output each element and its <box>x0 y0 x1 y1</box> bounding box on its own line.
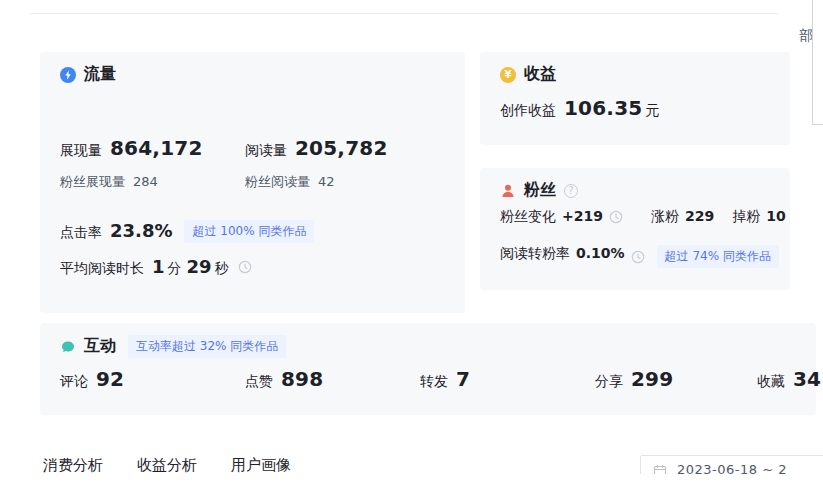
fans-change-label: 粉丝变化 <box>500 208 556 226</box>
history-clock-icon[interactable] <box>609 210 623 224</box>
traffic-title: 流量 <box>84 64 116 85</box>
fans-gain-label: 涨粉 <box>651 208 679 226</box>
fan-impressions-label: 粉丝展现量 <box>60 173 125 191</box>
shares-value: 299 <box>631 367 673 391</box>
tab-revenue-analysis[interactable]: 收益分析 <box>137 456 197 475</box>
likes-label: 点赞 <box>245 373 273 391</box>
comments-stat: 评论 92 <box>60 367 124 391</box>
history-clock-icon[interactable] <box>238 260 252 274</box>
fan-impressions-stat: 粉丝展现量 284 <box>60 173 158 191</box>
favorites-label: 收藏 <box>757 373 785 391</box>
fans-change-value: +219 <box>562 208 603 224</box>
floating-panel-edge <box>812 0 823 125</box>
likes-value: 898 <box>281 367 323 391</box>
fans-loss-value: 10 <box>766 208 785 224</box>
fan-impressions-value: 284 <box>133 174 158 189</box>
read-time-seconds-unit: 秒 <box>215 260 229 278</box>
fans-gain-value: 229 <box>685 208 714 224</box>
read-conversion-row: 阅读转粉率 0.10% 超过 74% 同类作品 <box>500 245 779 268</box>
likes-stat: 点赞 898 <box>245 367 323 391</box>
reposts-value: 7 <box>456 367 470 391</box>
fans-card: 粉丝 ? 粉丝变化 +219 涨粉 229 掉粉 10 阅读转粉率 0.10% … <box>480 168 790 290</box>
comments-value: 92 <box>96 367 124 391</box>
ctr-stat: 点击率 23.8% 超过 100% 同类作品 <box>60 220 314 243</box>
top-divider <box>30 13 778 14</box>
impressions-stat: 展现量 864,172 <box>60 136 203 160</box>
fans-title: 粉丝 <box>524 180 556 201</box>
reposts-stat: 转发 7 <box>420 367 470 391</box>
help-question-icon[interactable]: ? <box>564 184 578 198</box>
creation-revenue-label: 创作收益 <box>500 102 556 120</box>
interaction-card: 互动 互动率超过 32% 同类作品 评论 92 点赞 898 转发 7 分享 2… <box>40 323 816 415</box>
fan-reads-stat: 粉丝阅读量 42 <box>245 173 335 191</box>
chat-bubble-icon <box>60 339 76 355</box>
reposts-label: 转发 <box>420 373 448 391</box>
reads-label: 阅读量 <box>245 142 287 160</box>
tab-user-profile[interactable]: 用户画像 <box>231 456 291 475</box>
read-time-minutes: 1 <box>152 256 165 277</box>
read-conversion-value: 0.10% <box>576 245 625 261</box>
creation-revenue-value: 106.35 <box>564 96 642 120</box>
lightning-icon <box>60 67 76 83</box>
reads-value: 205,782 <box>295 136 388 160</box>
shares-stat: 分享 299 <box>595 367 673 391</box>
read-time-seconds: 29 <box>187 256 212 277</box>
creation-revenue-unit: 元 <box>645 102 659 120</box>
yen-coin-icon: ¥ <box>500 67 516 83</box>
impressions-value: 864,172 <box>110 136 203 160</box>
ctr-label: 点击率 <box>60 224 102 242</box>
analysis-tabs: 消费分析 收益分析 用户画像 <box>43 456 291 475</box>
fan-reads-label: 粉丝阅读量 <box>245 173 310 191</box>
tab-consumption-analysis[interactable]: 消费分析 <box>43 456 103 475</box>
read-time-label: 平均阅读时长 <box>60 260 144 278</box>
read-time-minutes-unit: 分 <box>168 260 182 278</box>
favorites-stat: 收藏 34 <box>757 367 821 391</box>
traffic-card: 流量 展现量 864,172 阅读量 205,782 粉丝展现量 284 粉丝阅… <box>40 52 465 313</box>
creation-revenue-stat: 创作收益 106.35 元 <box>500 96 662 120</box>
top-right-partial-text: 部 <box>799 27 813 45</box>
favorites-value: 34 <box>793 367 821 391</box>
history-clock-icon[interactable] <box>631 250 645 264</box>
bottom-clip-mask <box>0 474 823 499</box>
fans-change-row: 粉丝变化 +219 涨粉 229 掉粉 10 <box>500 208 786 226</box>
interaction-benchmark-badge: 互动率超过 32% 同类作品 <box>128 335 286 358</box>
comments-label: 评论 <box>60 373 88 391</box>
person-icon <box>500 183 516 199</box>
read-time-stat: 平均阅读时长 1 分 29 秒 <box>60 256 252 278</box>
read-conversion-label: 阅读转粉率 <box>500 245 570 263</box>
fan-reads-value: 42 <box>318 174 335 189</box>
shares-label: 分享 <box>595 373 623 391</box>
impressions-label: 展现量 <box>60 142 102 160</box>
interaction-card-title: 互动 互动率超过 32% 同类作品 <box>60 335 286 358</box>
traffic-card-title: 流量 <box>60 64 116 85</box>
interaction-title: 互动 <box>84 336 116 357</box>
revenue-card: ¥ 收益 创作收益 106.35 元 <box>480 52 790 145</box>
ctr-benchmark-badge: 超过 100% 同类作品 <box>184 220 314 243</box>
reads-stat: 阅读量 205,782 <box>245 136 388 160</box>
ctr-value: 23.8% <box>110 220 172 241</box>
conversion-benchmark-badge: 超过 74% 同类作品 <box>657 245 779 268</box>
fans-card-title: 粉丝 ? <box>500 180 578 201</box>
revenue-card-title: ¥ 收益 <box>500 64 556 85</box>
fans-loss-label: 掉粉 <box>732 208 760 226</box>
revenue-title: 收益 <box>524 64 556 85</box>
